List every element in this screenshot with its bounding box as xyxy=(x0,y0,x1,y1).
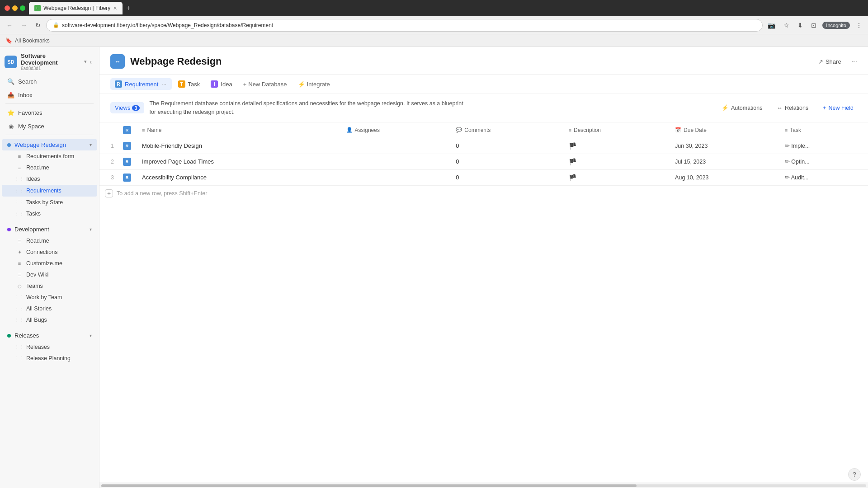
sidebar-item-my-space[interactable]: ◉ My Space xyxy=(2,120,97,132)
sidebar-collapse-button[interactable]: ‹ xyxy=(87,56,94,67)
window-icon[interactable]: ⊡ xyxy=(809,20,819,30)
help-button[interactable]: ? xyxy=(848,468,861,481)
relations-icon: ↔ xyxy=(777,105,783,111)
sidebar-item-search[interactable]: 🔍 Search xyxy=(2,75,97,88)
automations-button[interactable]: ⚡ Automations xyxy=(718,103,766,113)
workspace-info[interactable]: SD Software Development 6ad8d3d1 ▾ xyxy=(5,52,87,71)
table-row[interactable]: 1 R Mobile-Friendly Design 0 🏴 Jun 30, 2… xyxy=(99,138,868,154)
new-database-label: New Database xyxy=(248,81,287,88)
row-2-name[interactable]: Improved Page Load Times xyxy=(137,154,341,169)
name-col-icon: ≡ xyxy=(142,127,145,133)
sidebar-item-release-planning[interactable]: ⋮⋮ Release Planning xyxy=(2,353,97,364)
col-comments[interactable]: 💬 Comments xyxy=(450,122,563,138)
description-col-label: Description xyxy=(574,127,601,133)
sidebar-section-header-webpage-redesign[interactable]: Webpage Redesign ▾ xyxy=(2,139,97,150)
camera-icon[interactable]: 📷 xyxy=(765,20,778,30)
requirement-tab-icon: R xyxy=(115,80,122,88)
sidebar-item-favorites[interactable]: ⭐ Favorites xyxy=(2,106,97,119)
sidebar-item-read-me-dev[interactable]: ≡ Read.me xyxy=(2,235,97,246)
col-task[interactable]: ≡ Task xyxy=(779,122,868,138)
table-row[interactable]: 2 R Improved Page Load Times 0 🏴 Jul 15,… xyxy=(99,154,868,169)
customize-me-icon: ≡ xyxy=(16,260,23,267)
section-collapse-icon: ▾ xyxy=(90,142,92,147)
sidebar-section-header-development[interactable]: Development ▾ xyxy=(2,224,97,235)
extensions-icon[interactable]: ⋮ xyxy=(854,20,864,30)
maximize-traffic-light[interactable] xyxy=(20,5,25,11)
sidebar-item-inbox[interactable]: 📥 Inbox xyxy=(2,89,97,101)
sidebar-item-requirements-form[interactable]: ≡ Requirements form xyxy=(2,151,97,162)
db-tab-task[interactable]: T Task xyxy=(174,78,205,90)
download-icon[interactable]: ⬇ xyxy=(795,20,805,30)
table-row[interactable]: 3 R Accessibility Compliance 0 🏴 Aug 10,… xyxy=(99,169,868,185)
row-3-assignees[interactable] xyxy=(341,169,451,185)
scrollbar-thumb[interactable] xyxy=(101,484,637,487)
lock-icon: 🔒 xyxy=(53,22,59,28)
col-assignees[interactable]: 👤 Assignees xyxy=(341,122,451,138)
sidebar-item-requirements[interactable]: ⋮⋮ Requirements ··· xyxy=(2,185,97,197)
favorites-icon: ⭐ xyxy=(7,109,14,116)
sidebar-divider-2 xyxy=(5,135,94,135)
sidebar-item-all-bugs[interactable]: ⋮⋮ All Bugs xyxy=(2,314,97,325)
requirements-more-button[interactable]: ··· xyxy=(85,187,92,194)
sidebar-item-releases-child[interactable]: ⋮⋮ Releases xyxy=(2,342,97,352)
sidebar-item-customize-me[interactable]: ≡ Customize.me xyxy=(2,258,97,269)
sidebar-item-dev-wiki[interactable]: ≡ Dev Wiki xyxy=(2,269,97,280)
sidebar-item-connections[interactable]: ✦ Connections xyxy=(2,247,97,258)
col-due-date[interactable]: 📅 Due Date xyxy=(670,122,779,138)
row-2-assignees[interactable] xyxy=(341,154,451,169)
browser-chrome: F Webpage Redesign | Fibery ✕ + xyxy=(0,0,868,16)
row-3-description: 🏴 xyxy=(563,169,670,185)
row-1-name[interactable]: Mobile-Friendly Design xyxy=(137,138,341,154)
new-tab-button[interactable]: + xyxy=(124,4,132,12)
add-row-button[interactable]: + To add a new row, press Shift+Enter xyxy=(99,186,868,201)
sidebar-item-teams[interactable]: ◇ Teams xyxy=(2,281,97,291)
incognito-badge[interactable]: Incognito xyxy=(822,22,850,29)
relations-button[interactable]: ↔ Relations xyxy=(773,103,812,113)
workspace-text: Software Development 6ad8d3d1 xyxy=(21,52,80,71)
sidebar-item-all-stories[interactable]: ⋮⋮ All Stories xyxy=(2,303,97,314)
all-stories-label: All Stories xyxy=(26,305,52,312)
active-tab[interactable]: F Webpage Redesign | Fibery ✕ xyxy=(29,2,123,14)
sidebar-item-ideas[interactable]: ⋮⋮ Ideas xyxy=(2,174,97,184)
row-3-name[interactable]: Accessibility Compliance xyxy=(137,169,341,185)
sidebar-item-read-me-wp[interactable]: ≡ Read.me xyxy=(2,162,97,173)
address-bar[interactable]: 🔒 software-development.fibery.io/fibery/… xyxy=(46,19,763,32)
share-icon: ↗ xyxy=(818,58,823,65)
tasks-label: Tasks xyxy=(26,211,41,217)
close-traffic-light[interactable] xyxy=(5,5,10,11)
integrate-button[interactable]: ⚡ Integrate xyxy=(293,79,335,90)
sidebar-item-work-by-team[interactable]: ⋮⋮ Work by Team xyxy=(2,292,97,303)
refresh-button[interactable]: ↻ xyxy=(33,20,43,31)
new-database-button[interactable]: + New Database xyxy=(239,79,292,90)
read-me-dev-icon: ≡ xyxy=(16,238,23,244)
scrollbar-track[interactable] xyxy=(101,484,866,487)
search-icon: 🔍 xyxy=(7,78,14,85)
back-button[interactable]: ← xyxy=(4,20,15,31)
views-button[interactable]: Views 3 xyxy=(110,102,144,113)
table-scrollbar[interactable] xyxy=(99,483,868,488)
sidebar-item-tasks[interactable]: ⋮⋮ Tasks xyxy=(2,208,97,219)
minimize-traffic-light[interactable] xyxy=(12,5,18,11)
col-name[interactable]: ≡ Name xyxy=(137,122,341,138)
more-button[interactable]: ··· xyxy=(851,57,857,66)
requirements-form-label: Requirements form xyxy=(26,153,74,160)
all-bugs-label: All Bugs xyxy=(26,317,47,323)
tab-close-button[interactable]: ✕ xyxy=(113,5,117,11)
db-tab-idea[interactable]: I Idea xyxy=(206,78,236,90)
new-field-button[interactable]: + New Field xyxy=(819,103,857,113)
idea-tab-label: Idea xyxy=(221,81,232,88)
sidebar-item-tasks-by-state[interactable]: ⋮⋮ Tasks by State xyxy=(2,197,97,208)
requirements-label: Requirements xyxy=(26,188,61,194)
share-button[interactable]: ↗ Share xyxy=(814,56,846,67)
db-tab-requirement[interactable]: R Requirement ··· xyxy=(110,78,172,90)
db-tabs: R Requirement ··· T Task I Idea + New Da… xyxy=(99,75,868,94)
requirement-tab-more[interactable]: ··· xyxy=(161,81,167,87)
main-header: ↔ Webpage Redesign ↗ Share ··· xyxy=(99,47,868,75)
row-1-assignees[interactable] xyxy=(341,138,451,154)
forward-button[interactable]: → xyxy=(18,20,30,31)
bookmark-star-icon[interactable]: ☆ xyxy=(781,20,792,30)
integrate-icon: ⚡ xyxy=(298,81,305,88)
col-description[interactable]: ≡ Description xyxy=(563,122,670,138)
row-2-flag-icon: 🏴 xyxy=(569,158,576,165)
sidebar-section-header-releases[interactable]: Releases ▾ xyxy=(2,330,97,341)
